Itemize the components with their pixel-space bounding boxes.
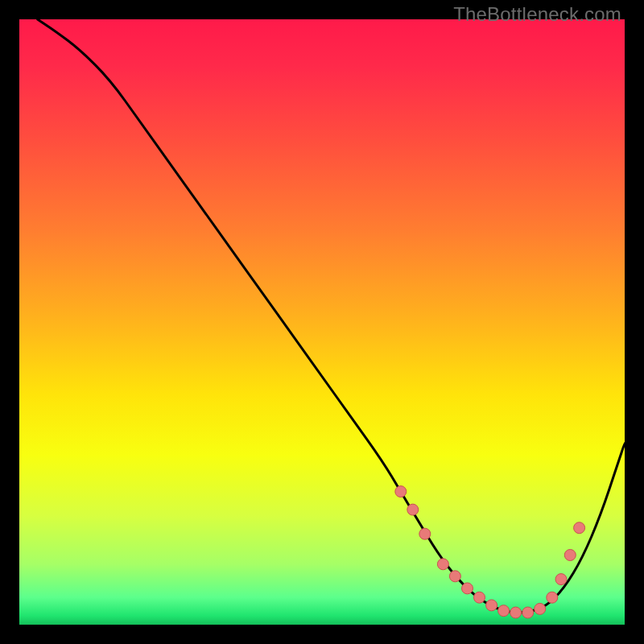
highlight-dot [510,607,522,618]
highlight-dot [449,571,460,582]
highlight-dot [437,559,448,570]
highlight-dot [419,528,431,539]
highlight-dot [498,605,510,617]
highlight-dot [522,607,534,618]
highlight-dot [555,574,567,585]
chart-svg [19,19,625,625]
highlight-dot [395,486,407,497]
gradient-rect [19,19,625,625]
watermark-text: TheBottleneck.com [453,3,621,26]
highlight-dot [564,550,576,561]
highlight-dot [407,504,419,515]
highlight-dot [462,583,473,594]
highlight-dot [535,603,546,614]
chart-frame [19,19,625,625]
highlight-dot [474,592,485,603]
highlight-dot [547,592,558,603]
highlight-dot [574,522,585,534]
highlight-dot [486,600,497,611]
